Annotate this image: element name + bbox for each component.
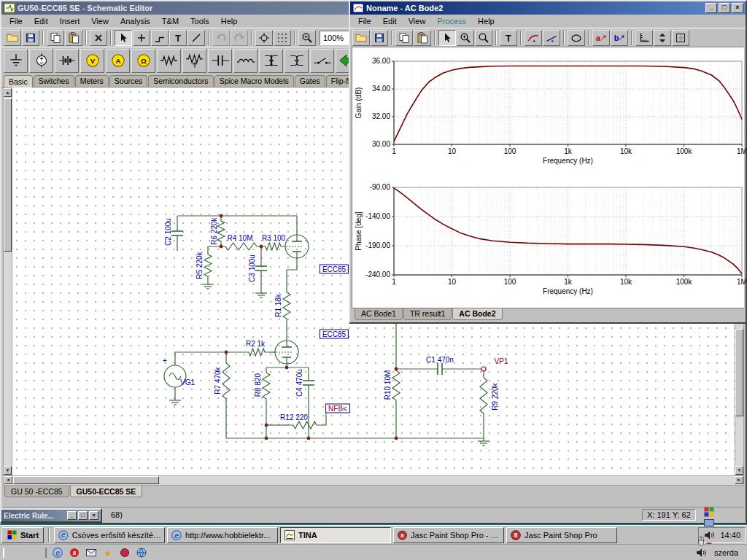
red8-quicklaunch-button[interactable]: 8 bbox=[67, 545, 82, 559]
zoom-in-tool[interactable] bbox=[457, 30, 474, 46]
sheet-tab-gu50-ecc85-se[interactable]: GU50-ECC85 SE bbox=[70, 486, 143, 497]
component-label[interactable]: C4 470u bbox=[295, 369, 303, 397]
menu-file[interactable]: File bbox=[4, 16, 28, 26]
paste-button[interactable] bbox=[65, 30, 82, 46]
menu-view[interactable]: View bbox=[86, 16, 114, 26]
sheet-tab-gu-50-ecc85[interactable]: GU 50 -ECC85 bbox=[4, 486, 69, 497]
wire-tool[interactable] bbox=[151, 30, 169, 46]
component-label[interactable]: R3 100 bbox=[262, 234, 285, 242]
menu-process[interactable]: Process bbox=[432, 16, 471, 26]
menu-file[interactable]: File bbox=[353, 16, 376, 26]
tweak-tray-icon[interactable] bbox=[703, 506, 715, 518]
maximize-button[interactable]: □ bbox=[719, 3, 730, 13]
electric-rule-titlebar[interactable]: Electric Rule... _ □ × bbox=[1, 510, 101, 521]
component-label[interactable]: R8 820 bbox=[254, 373, 262, 397]
ammeter-component[interactable]: A bbox=[106, 49, 130, 73]
grid-toggle[interactable] bbox=[274, 30, 291, 46]
save-button[interactable] bbox=[371, 30, 388, 46]
cursor-a-tool[interactable]: a bbox=[592, 30, 610, 46]
taskbar-task-cs-ves-er-s-t-k-sz-t-s[interactable]: eCsöves erősítő készítés... bbox=[54, 527, 165, 543]
component-label[interactable]: C2 100u bbox=[164, 218, 172, 246]
globe-quicklaunch-button[interactable] bbox=[134, 545, 149, 559]
voltage-source-component[interactable] bbox=[29, 49, 53, 73]
result-tab-tr-result1[interactable]: TR result1 bbox=[403, 308, 452, 320]
component-label[interactable]: C1 470n bbox=[426, 356, 454, 364]
component-label[interactable]: C3 100u bbox=[248, 254, 256, 282]
bode-titlebar[interactable]: Noname - AC Bode2 _ □ × bbox=[350, 1, 746, 15]
component-tab-sources[interactable]: Sources bbox=[109, 75, 148, 87]
close-button[interactable]: × bbox=[732, 3, 743, 13]
pen-line-tool[interactable] bbox=[543, 30, 560, 46]
left-scrollbar[interactable]: ▲ ▼ bbox=[3, 88, 12, 475]
scroll-left-button[interactable]: ◄ bbox=[4, 476, 12, 484]
pointer-tool[interactable] bbox=[115, 30, 132, 46]
scroll-up-button[interactable]: ▲ bbox=[4, 88, 12, 97]
bode-chart-area[interactable]: 36.0034.0032.0030.001101001k10k100k1MFre… bbox=[352, 47, 744, 309]
horizontal-scrollbar[interactable]: ◄ ► bbox=[3, 475, 744, 486]
pen-curve-tool[interactable] bbox=[525, 30, 542, 46]
menu-help[interactable]: Help bbox=[216, 16, 243, 26]
inductor-component[interactable] bbox=[233, 49, 258, 73]
maximize-button[interactable]: □ bbox=[78, 511, 88, 520]
menu-analysis[interactable]: Analysis bbox=[115, 16, 155, 26]
scroll-right-button[interactable]: ► bbox=[735, 476, 743, 484]
taskbar-task-jasc-paint-shop-pro-im[interactable]: 8Jasc Paint Shop Pro - Im... bbox=[393, 527, 504, 543]
paste-button[interactable] bbox=[414, 30, 431, 46]
copy-button[interactable] bbox=[395, 30, 413, 46]
component-label[interactable]: VG1 bbox=[180, 378, 195, 386]
scroll-down-button[interactable]: ▼ bbox=[735, 466, 743, 475]
probe-tool[interactable] bbox=[255, 30, 273, 46]
scrollbar-thumb[interactable] bbox=[4, 98, 12, 252]
capacitor-component[interactable] bbox=[208, 49, 232, 73]
axes-tool[interactable] bbox=[635, 30, 653, 46]
ball-quicklaunch-button[interactable] bbox=[117, 545, 132, 559]
component-label[interactable]: R4 10M bbox=[227, 234, 252, 242]
cursor-b-tool[interactable]: b bbox=[611, 30, 628, 46]
scrollbar-thumb[interactable] bbox=[735, 329, 743, 416]
open-button[interactable] bbox=[4, 30, 21, 46]
component-label[interactable]: R12 220 bbox=[280, 413, 308, 421]
component-label[interactable]: + bbox=[163, 357, 167, 365]
coupled-coils-component[interactable] bbox=[285, 49, 309, 73]
component-tab-switches[interactable]: Switches bbox=[34, 75, 74, 87]
undo-button[interactable] bbox=[212, 30, 230, 46]
text-tool[interactable]: T bbox=[169, 30, 187, 46]
taskbar-task-http-www-hobbielektr[interactable]: ehttp://www.hobbielektr... bbox=[167, 527, 278, 543]
resistor-component[interactable] bbox=[157, 49, 181, 73]
component-label[interactable]: R6 220k bbox=[210, 217, 218, 244]
spinner-control[interactable] bbox=[654, 30, 671, 46]
component-label[interactable]: R7 470k bbox=[214, 367, 222, 394]
mouse-tray-tray-icon[interactable] bbox=[695, 535, 707, 547]
zoom-tool[interactable] bbox=[475, 30, 492, 46]
text-tool[interactable]: T bbox=[500, 30, 517, 46]
component-tab-semiconductors[interactable]: Semiconductors bbox=[148, 75, 213, 87]
result-tab-ac-bode1[interactable]: AC Bode1 bbox=[355, 308, 403, 320]
component-tab-gates[interactable]: Gates bbox=[295, 75, 325, 87]
minimize-button[interactable]: _ bbox=[67, 511, 77, 520]
potentiometer-component[interactable] bbox=[182, 49, 206, 73]
minimize-button[interactable]: _ bbox=[705, 3, 717, 13]
menu-edit[interactable]: Edit bbox=[378, 16, 402, 26]
line-tool[interactable] bbox=[187, 30, 205, 46]
component-label[interactable]: R1 18k bbox=[274, 294, 282, 317]
taskbar-task-tina[interactable]: TINA bbox=[280, 527, 391, 543]
delete-button[interactable] bbox=[90, 30, 107, 46]
marker-tool[interactable] bbox=[672, 30, 689, 46]
component-label[interactable]: R10 10M bbox=[384, 370, 392, 400]
menu-insert[interactable]: Insert bbox=[55, 16, 85, 26]
component-label[interactable]: R9 220k bbox=[491, 383, 499, 410]
voltmeter-component[interactable]: V bbox=[80, 49, 104, 73]
display-tray-icon[interactable] bbox=[703, 518, 715, 529]
toolbar-grip[interactable] bbox=[3, 548, 47, 558]
menu-t-m[interactable]: T&M bbox=[157, 16, 184, 26]
component-label[interactable]: VP1 bbox=[495, 357, 508, 365]
copy-button[interactable] bbox=[47, 30, 64, 46]
component-label[interactable]: R2 1k bbox=[246, 340, 265, 348]
menu-edit[interactable]: Edit bbox=[29, 16, 53, 26]
component-tab-basic[interactable]: Basic bbox=[4, 75, 33, 88]
result-tab-ac-bode2[interactable]: AC Bode2 bbox=[452, 308, 502, 320]
menu-view[interactable]: View bbox=[403, 16, 431, 26]
component-label[interactable]: R5 220k bbox=[196, 252, 204, 279]
menu-help[interactable]: Help bbox=[473, 16, 500, 26]
menu-tools[interactable]: Tools bbox=[185, 16, 214, 26]
